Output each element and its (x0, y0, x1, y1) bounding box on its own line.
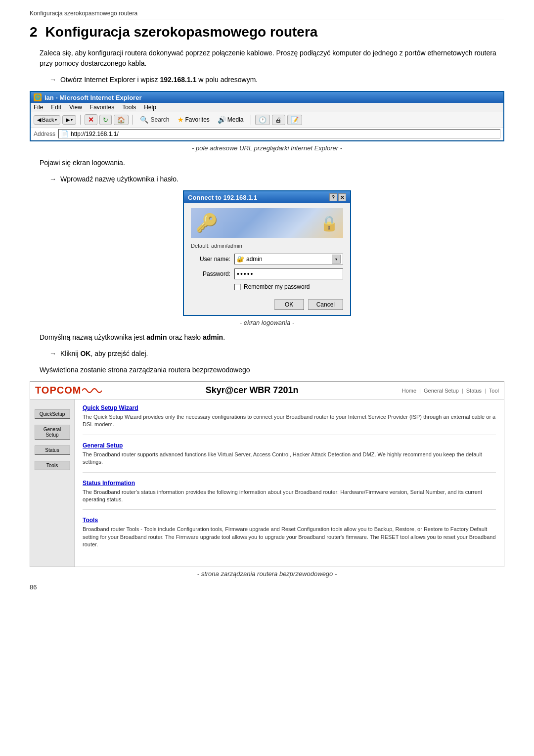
credentials-end: . (223, 333, 225, 341)
media-label: Media (227, 116, 244, 123)
nav-home[interactable]: Home (402, 388, 416, 394)
credentials-password-bold: admin (203, 333, 223, 341)
menu-view[interactable]: View (69, 104, 82, 111)
nav-general-setup[interactable]: General Setup (424, 388, 459, 394)
credentials-before: Domyślną nazwą użytkownika jest (40, 333, 146, 341)
cancel-button[interactable]: Cancel (308, 299, 343, 310)
router-section-generalsetup: General Setup The Broadband router suppo… (83, 442, 496, 473)
topcom-wave-icon (82, 386, 102, 396)
password-row: Password: ••••• (191, 268, 343, 279)
edit-button[interactable]: 📝 (287, 115, 302, 125)
media-button[interactable]: 🔊 Media (215, 115, 247, 125)
router-nav: Home | General Setup | Status | Tool (402, 388, 499, 394)
sidebar-status-button[interactable]: Status (35, 445, 70, 455)
favorites-label: Favorites (185, 116, 210, 123)
ie-menubar[interactable]: File Edit View Favorites Tools Help (31, 103, 503, 112)
stop-button[interactable]: ✕ (85, 114, 97, 125)
password-dots: ••••• (237, 270, 254, 278)
dialog-titlebar-controls: ? ✕ (329, 193, 346, 201)
credentials-mid: oraz hasło (167, 333, 203, 341)
dialog-close-button[interactable]: ✕ (338, 193, 346, 201)
step2-instruction: Wprowadź nazwę użytkownika i hasło. (60, 174, 178, 184)
sidebar-quicksetup-button[interactable]: QuickSetup (35, 409, 70, 419)
nav-sep-1: | (419, 388, 421, 394)
arrow-icon-2: → (49, 174, 56, 184)
management-text: Wyświetlona zostanie strona zarządzania … (40, 365, 504, 375)
remember-password-row: Remember my password (234, 283, 343, 290)
password-input[interactable]: ••••• (234, 268, 343, 279)
menu-tools[interactable]: Tools (122, 104, 136, 111)
address-page-icon: 📄 (61, 130, 69, 137)
router-section-tools: Tools Broadband router Tools - Tools inc… (83, 517, 496, 554)
toolbar-separator-3 (251, 115, 251, 125)
breadcrumb: Konfiguracja szerokopasmowego routera (30, 10, 504, 19)
back-button[interactable]: ◀ Back ▾ (34, 115, 60, 125)
credentials-text: Domyślną nazwą użytkownika jest admin or… (40, 332, 504, 343)
section-title-status[interactable]: Status Information (83, 480, 496, 487)
home-button[interactable]: 🏠 (114, 115, 129, 125)
ie-toolbar: ◀ Back ▾ ▶ ▾ ✕ ↻ 🏠 🔍 Search ★ Fa (31, 112, 503, 128)
username-label: User name: (191, 256, 230, 263)
back-label: Back (42, 117, 54, 123)
router-section-quicksetup: Quick Setup Wizard The Quick Setup Wizar… (83, 404, 496, 435)
back-arrow-icon: ◀ (37, 117, 41, 123)
menu-favorites[interactable]: Favorites (90, 104, 114, 111)
arrow-icon-3: → (49, 349, 56, 359)
print-button[interactable]: 🖨 (272, 115, 285, 125)
section-title-tools[interactable]: Tools (83, 517, 496, 524)
remember-label: Remember my password (244, 283, 310, 290)
toolbar-separator-2 (133, 115, 133, 125)
ie-address-bar: Address 📄 http://192.168.1.1/ (31, 128, 503, 140)
ie-title-icon: 🌐 (34, 93, 42, 101)
username-input[interactable]: 🔐 admin ▾ (234, 254, 343, 265)
ie-title-text: lan - Microsoft Internet Explorer (44, 94, 141, 101)
topcom-logo: TOPCOM (35, 385, 102, 396)
dialog-help-button[interactable]: ? (329, 193, 337, 201)
router-sidebar: QuickSetup General Setup Status Tools (30, 400, 75, 567)
history-button[interactable]: 🕐 (255, 115, 270, 125)
nav-tool[interactable]: Tool (489, 388, 499, 394)
ok-bold: OK (80, 350, 90, 357)
menu-edit[interactable]: Edit (51, 104, 61, 111)
dialog-titlebar: Connect to 192.168.1.1 ? ✕ (184, 191, 350, 203)
key-icon: 🔑 (196, 213, 218, 233)
favorites-button[interactable]: ★ Favorites (175, 115, 213, 125)
address-label: Address (34, 131, 55, 137)
section-title-generalsetup[interactable]: General Setup (83, 442, 496, 449)
menu-file[interactable]: File (34, 104, 43, 111)
edit-icon: 📝 (291, 116, 299, 124)
address-input[interactable]: 📄 http://192.168.1.1/ (58, 129, 500, 138)
search-label: Search (150, 116, 169, 123)
section-text-tools: Broadband router Tools - Tools include C… (83, 526, 496, 548)
dialog-caption: - ekran logowania - (30, 319, 504, 326)
dialog-title-text: Connect to 192.168.1.1 (188, 194, 257, 201)
step3-instruction: Kliknij OK, aby przejść dalej. (60, 349, 148, 359)
print-icon: 🖨 (275, 116, 282, 124)
section-text-quicksetup: The Quick Setup Wizard provides only the… (83, 413, 496, 429)
sidebar-generalsetup-button[interactable]: General Setup (35, 425, 70, 440)
section-title-quicksetup[interactable]: Quick Setup Wizard (83, 404, 496, 411)
nav-sep-3: | (485, 388, 486, 394)
sidebar-tools-button[interactable]: Tools (35, 461, 70, 470)
username-row: User name: 🔐 admin ▾ (191, 254, 343, 265)
password-label: Password: (191, 270, 230, 277)
dialog-body: 🔑 🔒 Default: admin/admin User name: 🔐 ad… (184, 203, 350, 315)
ok-button[interactable]: OK (274, 299, 304, 310)
router-window: TOPCOM Skyr@cer WBR 7201n Home | General… (30, 381, 504, 567)
ip-address: 192.168.1.1 (160, 76, 197, 84)
ie-titlebar: 🌐 lan - Microsoft Internet Explorer (31, 92, 503, 103)
favorites-star-icon: ★ (178, 116, 184, 124)
search-button[interactable]: 🔍 Search (137, 115, 172, 125)
menu-help[interactable]: Help (144, 104, 156, 111)
forward-button[interactable]: ▶ ▾ (62, 115, 76, 125)
forward-dropdown-icon: ▾ (71, 118, 73, 122)
dialog-buttons: OK Cancel (191, 295, 343, 310)
username-dropdown[interactable]: ▾ (332, 255, 341, 264)
refresh-button[interactable]: ↻ (99, 115, 112, 125)
remember-checkbox[interactable] (234, 284, 241, 290)
login-screen-text: Pojawi się ekran logowania. (40, 158, 504, 168)
nav-status[interactable]: Status (466, 388, 482, 394)
section-text-status: The Broadband router's status informatio… (83, 489, 496, 504)
router-header: TOPCOM Skyr@cer WBR 7201n Home | General… (30, 382, 504, 400)
step1-instruction: Otwórz Internet Explorer i wpisz 192.168… (60, 75, 258, 85)
